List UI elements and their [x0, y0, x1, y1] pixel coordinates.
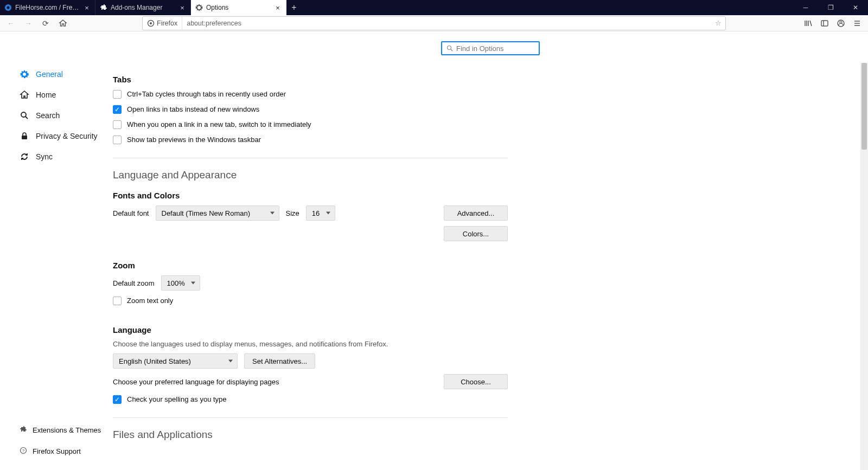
forward-button[interactable]: → [21, 16, 36, 31]
option-label: Open links in tabs instead of new window… [127, 105, 259, 114]
option-ctrl-tab[interactable]: Ctrl+Tab cycles through tabs in recently… [113, 89, 508, 99]
section-fonts-title: Fonts and Colors [113, 191, 508, 200]
url-bar[interactable]: Firefox about:preferences ☆ [142, 16, 726, 30]
favicon-filehorse [4, 4, 12, 11]
gear-icon [20, 69, 29, 79]
preferences-main: Tabs Ctrl+Tab cycles through tabs in rec… [113, 31, 868, 470]
fonts-row: Default font Default (Times New Roman) S… [113, 205, 508, 221]
sidebar-item-search[interactable]: Search [0, 105, 113, 126]
display-language-select[interactable]: English (United States) [113, 353, 238, 369]
option-label: Ctrl+Tab cycles through tabs in recently… [127, 89, 286, 99]
checkbox[interactable] [113, 90, 122, 99]
checkbox[interactable] [113, 120, 122, 129]
advanced-fonts-button[interactable]: Advanced... [444, 205, 508, 221]
language-select-row: English (United States) Set Alternatives… [113, 353, 508, 369]
separator [113, 158, 508, 158]
sidebar-item-sync[interactable]: Sync [0, 146, 113, 167]
svg-point-1 [7, 7, 10, 9]
colors-row: Colors... [113, 226, 508, 241]
preferences-sidebar: General Home Search Privacy & Security S… [0, 31, 113, 470]
tab-addons[interactable]: Add-ons Manager × [95, 0, 191, 15]
search-icon [446, 45, 453, 51]
close-window-button[interactable]: ✕ [843, 0, 868, 15]
checkbox[interactable] [113, 105, 122, 114]
option-open-links-tabs[interactable]: Open links in tabs instead of new window… [113, 105, 508, 114]
minimize-button[interactable]: ─ [793, 0, 818, 15]
scrollbar-thumb[interactable] [861, 63, 867, 150]
new-tab-button[interactable]: + [286, 0, 302, 15]
puzzle-icon [20, 426, 27, 435]
search-icon [20, 111, 29, 120]
close-icon[interactable]: × [274, 4, 282, 12]
find-in-options[interactable] [441, 41, 540, 55]
sync-icon [20, 152, 29, 162]
back-button[interactable]: ← [3, 16, 18, 31]
sidebar-item-privacy[interactable]: Privacy & Security [0, 126, 113, 146]
close-icon[interactable]: × [178, 4, 186, 12]
checkbox[interactable] [113, 297, 122, 305]
choose-language-button[interactable]: Choose... [444, 374, 508, 389]
option-label: Show tab previews in the Windows taskbar [127, 135, 261, 145]
category-files-applications: Files and Applications [113, 429, 508, 441]
gear-icon [195, 4, 203, 11]
sidebar-label: Extensions & Themes [33, 426, 101, 434]
option-zoom-text-only[interactable]: Zoom text only [113, 296, 508, 306]
tab-title: Add-ons Manager [111, 4, 175, 11]
identity-box[interactable]: Firefox [143, 17, 182, 30]
category-language-appearance: Language and Appearance [113, 169, 508, 181]
font-size-select[interactable]: 16 [306, 205, 335, 221]
puzzle-icon [100, 4, 107, 11]
svg-point-13 [448, 46, 451, 50]
account-button[interactable] [833, 16, 848, 31]
checkbox[interactable] [113, 395, 122, 404]
tab-title: Options [206, 4, 271, 11]
tab-options[interactable]: Options × [191, 0, 286, 15]
size-label: Size [286, 209, 299, 217]
window-controls: ─ ❐ ✕ [793, 0, 868, 15]
sidebar-item-general[interactable]: General [0, 64, 113, 85]
sidebar-label: Privacy & Security [36, 132, 98, 140]
lock-icon [20, 131, 29, 141]
sidebar-button[interactable] [817, 16, 832, 31]
reload-button[interactable]: ⟳ [38, 16, 53, 31]
maximize-button[interactable]: ❐ [818, 0, 843, 15]
svg-line-14 [451, 49, 452, 51]
default-font-select[interactable]: Default (Times New Roman) [156, 205, 279, 221]
zoom-row: Default zoom 100% [113, 275, 508, 291]
tab-filehorse[interactable]: FileHorse.com / Free Software × [0, 0, 95, 15]
language-desc-1: Choose the languages used to display men… [113, 340, 508, 348]
set-alternatives-button[interactable]: Set Alternatives... [244, 353, 315, 369]
bookmark-star-icon[interactable]: ☆ [711, 19, 725, 27]
colors-button[interactable]: Colors... [444, 226, 508, 241]
section-tabs-title: Tabs [113, 75, 508, 84]
scrollbar[interactable] [860, 63, 868, 470]
svg-rect-10 [22, 136, 27, 139]
library-button[interactable] [801, 16, 816, 31]
svg-text:?: ? [22, 448, 25, 453]
home-icon [20, 90, 29, 100]
find-input[interactable] [456, 44, 547, 53]
url-text: about:preferences [182, 20, 711, 27]
home-button[interactable] [55, 16, 71, 31]
sidebar-label: General [36, 70, 63, 79]
section-zoom-title: Zoom [113, 261, 508, 270]
sidebar-bottom: Extensions & Themes ? Firefox Support [0, 422, 113, 465]
default-font-label: Default font [113, 209, 149, 217]
identity-label: Firefox [157, 20, 177, 27]
option-label: Zoom text only [127, 296, 173, 306]
default-zoom-select[interactable]: 100% [161, 275, 200, 291]
checkbox[interactable] [113, 136, 122, 144]
option-switch-immediately[interactable]: When you open a link in a new tab, switc… [113, 120, 508, 130]
close-icon[interactable]: × [83, 4, 91, 12]
svg-rect-4 [821, 21, 828, 26]
preferred-language-label: Choose your preferred language for displ… [113, 378, 279, 386]
section-language-title: Language [113, 325, 508, 334]
option-taskbar-previews[interactable]: Show tab previews in the Windows taskbar [113, 135, 508, 145]
sidebar-item-home[interactable]: Home [0, 85, 113, 105]
menu-button[interactable] [850, 16, 865, 31]
svg-point-8 [21, 112, 26, 117]
sidebar-firefox-support[interactable]: ? Firefox Support [0, 443, 113, 459]
sidebar-label: Home [36, 91, 56, 99]
option-check-spelling[interactable]: Check your spelling as you type [113, 395, 508, 404]
sidebar-extensions-themes[interactable]: Extensions & Themes [0, 422, 113, 438]
